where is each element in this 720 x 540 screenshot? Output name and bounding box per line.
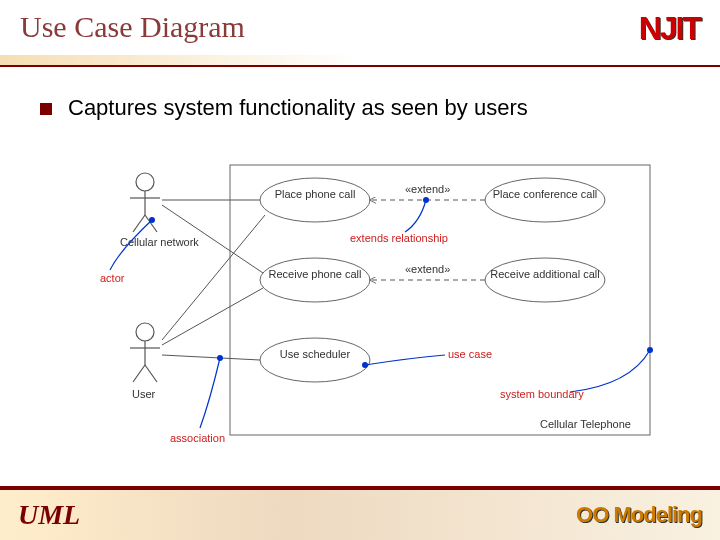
svg-point-10 [260,178,370,222]
usecase-place-call: Place phone call [260,178,370,222]
assoc-user-scheduler [162,355,260,360]
assoc-user-receive [162,288,263,345]
svg-text:Receive phone call: Receive phone call [269,268,362,280]
svg-text:extends relationship: extends relationship [350,232,448,244]
actor-user: User [130,323,160,400]
svg-line-3 [133,215,145,232]
use-case-diagram: Cellular Telephone Cellular network User… [100,160,660,470]
svg-point-16 [485,178,605,222]
footer: UML OO Modeling [0,486,720,540]
svg-point-18 [485,258,605,302]
svg-text:Receive additional call: Receive additional call [490,268,599,280]
extend-label-1: «extend» [405,183,450,195]
svg-text:actor: actor [100,272,125,284]
usecase-use-scheduler: Use scheduler [260,338,370,382]
usecase-receive-call: Receive phone call [260,258,370,302]
svg-text:association: association [170,432,225,444]
pointer-system-boundary: system boundary [500,347,653,400]
extend-label-2: «extend» [405,263,450,275]
header: Use Case Diagram NJIT [0,0,720,47]
system-label: Cellular Telephone [540,418,631,430]
svg-text:use case: use case [448,348,492,360]
page-title: Use Case Diagram [20,10,245,44]
bullet-text: Captures system functionality as seen by… [68,95,528,121]
actor-cellular-network: Cellular network [120,173,199,248]
actor-label-user: User [132,388,156,400]
svg-text:Place conference call: Place conference call [493,188,598,200]
njit-logo: NJIT [639,10,700,47]
oo-modeling-label: OO Modeling [576,502,702,528]
svg-line-9 [145,365,157,382]
svg-text:Use scheduler: Use scheduler [280,348,351,360]
usecase-place-conference: Place conference call [485,178,605,222]
svg-point-5 [136,323,154,341]
title-rule [0,55,720,67]
svg-line-8 [133,365,145,382]
assoc-user-place [162,215,265,340]
svg-text:Place phone call: Place phone call [275,188,356,200]
bullet-row: Captures system functionality as seen by… [0,67,720,131]
svg-text:system boundary: system boundary [500,388,584,400]
bullet-icon [40,103,52,115]
svg-point-0 [136,173,154,191]
usecase-receive-additional: Receive additional call [485,258,605,302]
uml-label: UML [18,499,80,531]
pointer-association: association [170,355,225,444]
pointer-use-case: use case [362,348,492,368]
svg-point-14 [260,338,370,382]
svg-point-12 [260,258,370,302]
pointer-actor: actor [100,217,155,284]
actor-label-cellular: Cellular network [120,236,199,248]
